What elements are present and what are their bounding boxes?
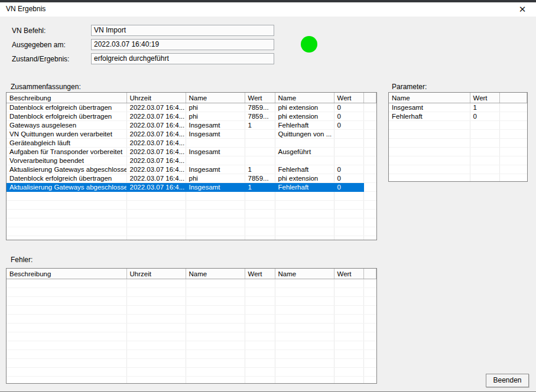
column-header[interactable]: Wert (334, 269, 363, 279)
table-cell[interactable]: Ausgeführt (275, 148, 334, 156)
table-cell[interactable]: Vorverarbeitung beendet (7, 156, 126, 165)
column-header[interactable]: Wert (245, 269, 275, 279)
table-cell[interactable]: 2022.03.07 16:4... (126, 139, 186, 148)
column-header[interactable]: Name (186, 93, 245, 103)
table-cell[interactable]: 0 (334, 112, 363, 121)
table-row[interactable]: Insgesamt1 (389, 103, 527, 112)
table-cell[interactable]: 2022.03.07 16:4... (126, 130, 186, 139)
table-cell[interactable]: Fehlerhaft (389, 112, 470, 121)
table-row[interactable]: Datenblock erfolgreich übertragen2022.03… (7, 174, 376, 183)
table-cell-filler[interactable] (363, 112, 376, 121)
table-cell[interactable]: phi extension (275, 112, 334, 121)
table-cell-filler[interactable] (499, 112, 527, 121)
table-cell[interactable]: 2022.03.07 16:4... (126, 121, 186, 130)
table-cell[interactable] (334, 139, 363, 148)
table-cell[interactable]: 2022.03.07 16:4... (126, 165, 186, 174)
table-cell[interactable]: Insgesamt (186, 130, 245, 139)
table-cell[interactable]: 2022.03.07 16:4... (126, 148, 186, 156)
table-cell[interactable]: Gateways ausgelesen (7, 121, 126, 130)
table-row[interactable]: Aktualisierung Gateways abgeschlossen202… (7, 165, 376, 174)
table-cell[interactable]: 7859... (245, 112, 275, 121)
table-cell[interactable]: Insgesamt (389, 103, 470, 112)
table-cell[interactable]: 1 (245, 165, 275, 174)
table-cell[interactable]: phi extension (275, 103, 334, 112)
beenden-button[interactable]: Beenden (486, 374, 529, 387)
table-cell[interactable] (275, 139, 334, 148)
table-cell[interactable]: Fehlerhaft (275, 165, 334, 174)
table-cell[interactable]: 0 (470, 112, 499, 121)
column-header[interactable]: Beschreibung (7, 93, 126, 103)
table-cell[interactable]: Insgesamt (186, 148, 245, 156)
table-cell[interactable]: phi extension (275, 174, 334, 183)
table-cell-filler[interactable] (363, 174, 376, 183)
table-cell[interactable] (186, 156, 245, 165)
column-header[interactable]: Uhrzeit (126, 269, 186, 279)
column-header[interactable]: Name (275, 93, 334, 103)
table-cell[interactable]: Aktualisierung Gateways abgeschlossen (7, 183, 126, 192)
table-row[interactable]: VN Quittungen wurden verarbeitet2022.03.… (7, 130, 376, 139)
table-cell[interactable] (245, 139, 275, 148)
table-row[interactable]: Datenblock erfolgreich übertragen2022.03… (7, 103, 376, 112)
column-header[interactable]: Wert (470, 93, 499, 103)
table-cell[interactable]: 2022.03.07 16:4... (126, 103, 186, 112)
table-cell[interactable]: Insgesamt (186, 121, 245, 130)
zustand-ergebnis-field[interactable]: erfolgreich durchgeführt (91, 53, 274, 64)
table-cell[interactable] (275, 156, 334, 165)
table-cell[interactable] (245, 130, 275, 139)
table-cell[interactable]: Aktualisierung Gateways abgeschlossen (7, 165, 126, 174)
table-cell[interactable]: Fehlerhaft (275, 183, 334, 192)
table-cell-filler[interactable] (363, 121, 376, 130)
column-header[interactable]: Wert (245, 93, 275, 103)
table-cell[interactable]: Datenblock erfolgreich übertragen (7, 174, 126, 183)
table-row[interactable]: Fehlerhaft0 (389, 112, 527, 121)
column-header[interactable]: Name (275, 269, 334, 279)
table-cell-filler[interactable] (363, 165, 376, 174)
table-cell-filler[interactable] (363, 130, 376, 139)
table-cell[interactable]: Datenblock erfolgreich übertragen (7, 103, 126, 112)
table-cell[interactable]: 1 (245, 183, 275, 192)
table-cell[interactable]: 7859... (245, 103, 275, 112)
table-row[interactable]: Aktualisierung Gateways abgeschlossen202… (7, 183, 376, 192)
table-cell[interactable]: Insgesamt (186, 165, 245, 174)
table-cell[interactable]: 2022.03.07 16:4... (126, 183, 186, 192)
table-row[interactable]: Datenblock erfolgreich übertragen2022.03… (7, 112, 376, 121)
table-row[interactable]: Vorverarbeitung beendet2022.03.07 16:4..… (7, 156, 376, 165)
table-cell[interactable] (186, 139, 245, 148)
column-header[interactable]: Wert (334, 93, 363, 103)
table-cell[interactable]: VN Quittungen wurden verarbeitet (7, 130, 126, 139)
titlebar[interactable]: VN Ergebnis ✕ (0, 2, 536, 17)
close-icon[interactable]: ✕ (512, 2, 532, 17)
table-cell-filler[interactable] (363, 156, 376, 165)
table-row[interactable]: Geräteabgleich läuft2022.03.07 16:4... (7, 139, 376, 148)
table-cell[interactable] (245, 148, 275, 156)
table-cell[interactable]: 0 (334, 165, 363, 174)
table-cell[interactable]: phi (186, 174, 245, 183)
table-cell[interactable]: Aufgaben für Transponder vorbereitet (7, 148, 126, 156)
table-cell[interactable]: phi (186, 112, 245, 121)
table-row[interactable]: Gateways ausgelesen2022.03.07 16:4...Ins… (7, 121, 376, 130)
table-cell-filler[interactable] (363, 103, 376, 112)
table-cell-filler[interactable] (363, 148, 376, 156)
table-cell[interactable]: 2022.03.07 16:4... (126, 174, 186, 183)
table-cell[interactable]: Datenblock erfolgreich übertragen (7, 112, 126, 121)
table-row[interactable]: Aufgaben für Transponder vorbereitet2022… (7, 148, 376, 156)
ausgegeben-am-field[interactable]: 2022.03.07 16:40:19 (91, 39, 274, 50)
parameter-table[interactable]: NameWertInsgesamt1Fehlerhaft0 (389, 93, 527, 182)
table-cell[interactable]: 1 (470, 103, 499, 112)
table-cell[interactable]: phi (186, 103, 245, 112)
table-cell[interactable]: Fehlerhaft (275, 121, 334, 130)
table-cell[interactable]: Insgesamt (186, 183, 245, 192)
table-cell[interactable] (334, 130, 363, 139)
table-cell-filler[interactable] (363, 139, 376, 148)
table-cell[interactable]: 1 (245, 121, 275, 130)
table-cell[interactable] (245, 156, 275, 165)
vn-befehl-field[interactable]: VN Import (91, 25, 274, 36)
column-header[interactable]: Uhrzeit (126, 93, 186, 103)
table-cell[interactable]: 0 (334, 183, 363, 192)
table-cell[interactable]: Quittungen von ... (275, 130, 334, 139)
table-cell[interactable] (334, 148, 363, 156)
table-cell[interactable]: 0 (334, 103, 363, 112)
column-header[interactable]: Name (186, 269, 245, 279)
table-cell[interactable] (334, 156, 363, 165)
column-header[interactable]: Name (389, 93, 470, 103)
